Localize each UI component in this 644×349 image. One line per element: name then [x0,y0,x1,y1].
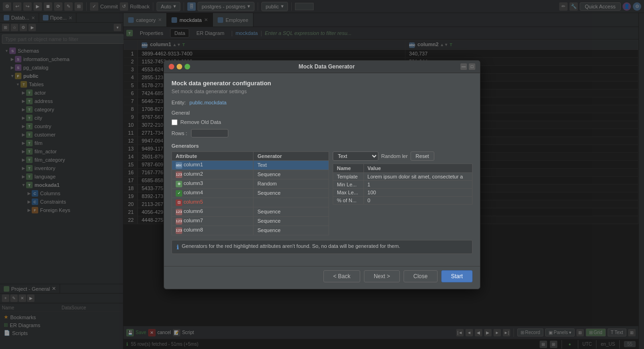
general-label: General [171,110,473,116]
info-bar: ℹ Generators for the red highlighted att… [171,240,473,254]
attr-row[interactable]: 123column2 Sequence [172,170,329,179]
attr-name[interactable]: 123column2 [172,170,253,179]
generators-label: Generators [171,143,473,149]
prop-value[interactable]: 100 [363,188,472,196]
entity-label: Entity: [171,100,186,105]
attr-row[interactable]: ⊡column5 [172,198,329,207]
attr-gen[interactable]: Random [253,179,329,188]
attr-row[interactable]: 123column7 Sequence [172,216,329,226]
attr-row[interactable]: 123column6 Sequence [172,207,329,216]
attr-gen[interactable]: Sequence [253,188,329,198]
prop-value[interactable]: Lorem ipsum dolor sit amet, consectetur … [363,172,472,180]
attr-gen[interactable]: Sequence [253,207,329,216]
modal-minimize-traffic[interactable] [177,64,182,69]
prop-table: Name Value Template Lorem ipsum dolor si… [333,164,473,205]
attr-type-icon: abc [176,162,182,169]
attr-type-icon: ⊕ [176,181,182,187]
random-label: Random ler [381,153,408,159]
attr-type-icon: 123 [176,227,182,234]
prop-name: % of N... [333,196,364,204]
attr-name[interactable]: ⊕column3 [172,179,253,188]
gen-right: Text Sequence Random UUID Null Random le… [333,151,473,235]
attr-rows: abccolumn1 Text 123column2 Sequence ⊕col… [172,160,329,235]
attr-type-icon: 123 [176,209,182,215]
attr-name[interactable]: 123column6 [172,207,253,216]
entity-value: public.mockdata [190,100,227,105]
prop-col-name: Name [333,164,364,172]
attr-type-icon: 123 [176,218,182,225]
generators-section: Attribute Generator abccolumn1 Text 123c… [171,151,473,235]
close-button[interactable]: Close [404,270,438,282]
reset-button[interactable]: Reset [411,151,434,161]
attr-gen[interactable]: Sequence [253,170,329,179]
modal-title: Mock Data Generator [195,63,459,70]
attr-row[interactable]: ✓column4 Sequence [172,188,329,198]
attr-name[interactable]: 123column8 [172,226,253,235]
remove-old-label: Remove Old Data [180,119,221,125]
attr-row[interactable]: abccolumn1 Text [172,160,329,170]
prop-name: Max Le... [333,188,364,196]
remove-old-data-row: Remove Old Data [171,119,473,125]
attr-name[interactable]: ✓column4 [172,188,253,198]
rows-input[interactable]: 1000 [191,129,228,137]
prop-value[interactable]: 1 [363,180,472,188]
prop-rows: Template Lorem ipsum dolor sit amet, con… [333,172,473,204]
prop-value[interactable]: 0 [363,196,472,204]
remove-old-checkbox[interactable] [171,119,178,125]
modal-win-minimize[interactable]: — [460,63,467,70]
attr-gen[interactable]: Sequence [253,216,329,226]
modal-overlay: Mock Data Generator — □ Mock data genera… [0,0,644,349]
attr-row[interactable]: 123column8 Sequence [172,226,329,235]
rows-row: Rows : 1000 [171,129,473,137]
prop-name: Min Le... [333,180,364,188]
prop-name: Template [333,172,364,180]
attr-name[interactable]: 123column7 [172,216,253,226]
gen-type-select[interactable]: Text Sequence Random UUID Null [333,151,378,161]
attr-gen[interactable]: Text [253,160,329,170]
modal-titlebar: Mock Data Generator — □ [164,61,480,73]
entity-line: Entity: public.mockdata [171,100,473,105]
next-button[interactable]: Next > [364,270,400,282]
modal-body: Mock data generator configuration Set mo… [164,73,480,266]
modal-maximize-traffic[interactable] [185,64,190,69]
attr-row[interactable]: ⊕column3 Random [172,179,329,188]
rows-label: Rows : [171,130,187,136]
attr-gen[interactable]: Sequence [253,226,329,235]
gen-type-row: Text Sequence Random UUID Null Random le… [333,151,473,161]
modal-win-maximize[interactable]: □ [469,63,475,70]
prop-row[interactable]: Max Le... 100 [333,188,473,196]
modal-subtext: Set mock data generator settings [171,89,473,94]
attr-name[interactable]: abccolumn1 [172,160,253,170]
attr-col-attribute: Attribute [172,151,253,160]
modal-close-traffic[interactable] [169,64,174,69]
attr-type-icon: ⊡ [176,199,182,206]
prop-col-value: Value [363,164,472,172]
prop-row[interactable]: Template Lorem ipsum dolor sit amet, con… [333,172,473,180]
modal-dialog: Mock Data Generator — □ Mock data genera… [164,60,480,289]
back-button[interactable]: < Back [323,270,360,282]
attr-type-icon: 123 [176,171,182,178]
info-text: Generators for the red highlighted attri… [182,243,400,249]
attr-gen[interactable] [253,198,329,207]
prop-row[interactable]: Min Le... 1 [333,180,473,188]
start-button[interactable]: Start [441,270,473,282]
attr-col-generator: Generator [253,151,329,160]
modal-traffic-lights [169,64,190,69]
attr-type-icon: ✓ [176,190,182,197]
info-icon: ℹ [177,244,179,251]
modal-header-text: Mock data generator configuration [171,80,473,87]
prop-row[interactable]: % of N... 0 [333,196,473,204]
attr-name[interactable]: ⊡column5 [172,198,253,207]
modal-footer: < Back Next > Close Start [164,266,480,289]
attr-table: Attribute Generator abccolumn1 Text 123c… [171,151,329,235]
